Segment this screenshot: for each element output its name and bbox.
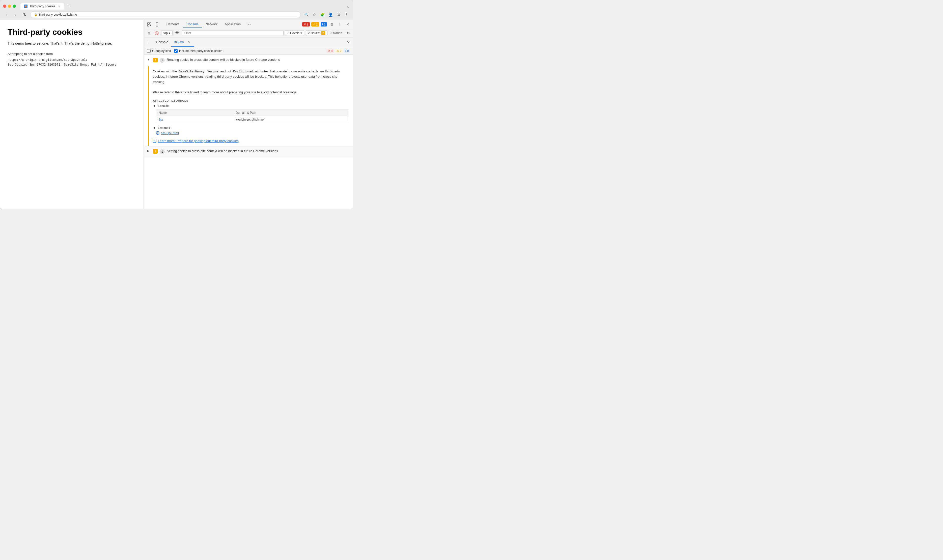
issue-2-header[interactable]: ▶ ! 1 Setting cookie in cross-site conte… [144,146,353,157]
issue-1-expand-icon[interactable]: ▼ [147,58,151,61]
console-clear-icon[interactable]: 🚫 [154,30,160,36]
learn-more-text: Learn more: Prepare for phasing out thir… [158,139,238,143]
code-samesite: SameSite=None; [178,69,205,74]
profile-icon[interactable]: 👤 [327,11,334,18]
error-count-badge-issues: ✕ 0 [326,49,334,53]
issue-1-header[interactable]: ▼ ! 1 Reading cookie in cross-site conte… [144,55,353,66]
bookmark-icon[interactable]: ☆ [311,11,318,18]
tab-close-button[interactable]: ✕ [57,5,61,8]
issues-panel-close-button[interactable]: ✕ [345,39,351,45]
devtools-tabs: Elements Console Network Application >> [162,21,253,28]
devtools-panel: Elements Console Network Application >> … [144,20,353,209]
issue-1-severity-icon: ! [153,58,158,62]
request-resource-group: ▼ 1 request ⊕ set-3pc.html [153,126,349,135]
tab-network[interactable]: Network [202,21,221,28]
error-count-badge[interactable]: ✕ 1 [302,22,310,26]
request-link[interactable]: ⊕ set-3pc.html [156,131,349,135]
include-third-party-option[interactable]: Include third-party cookie issues [174,49,222,53]
issues-tab-menu-icon[interactable]: ⋮ [146,39,152,45]
issues-badge[interactable]: 2 Issues: 2 [306,30,328,36]
code-secure: Secure [206,69,219,74]
devtools-mobile-icon[interactable] [154,21,160,28]
close-window-button[interactable] [3,5,6,8]
forward-button[interactable]: › [12,11,19,18]
issue-1-title: Reading cookie in cross-site context wil… [167,58,350,62]
cookie-name-cell: 3pc [156,116,233,123]
page-description: This demo tries to set one. That's it. T… [8,42,136,45]
cookie-domain-value: x-origin-src.glitch.me/ [236,118,265,122]
page-content: Third-party cookies This demo tries to s… [0,20,144,209]
level-dropdown[interactable]: All levels ▾ [285,30,304,36]
info-icon: ℹ [322,23,323,26]
learn-more-link[interactable]: ↗ Learn more: Prepare for phasing out th… [153,139,349,143]
devtools-more-options-icon[interactable]: ⋮ [337,21,343,28]
address-bar[interactable]: 🔒 third-party-cookies.glitch.me [30,11,301,18]
error-count-issues: 0 [331,49,332,52]
info-count-badge[interactable]: ℹ 2 [321,22,327,26]
request-icon: ⊕ [156,131,160,135]
request-group-label: 1 request [157,126,170,130]
issue-2-severity-icon: ! [153,149,158,154]
customize-icon[interactable]: ⊞ [335,11,342,18]
browser-tab[interactable]: 🍪 Third-party cookies ✕ [20,3,64,9]
devtools-settings-icon[interactable]: ⚙ [328,21,335,28]
cookie-table-header: Name Domain & Path [156,109,349,116]
devtools-close-button[interactable]: ✕ [345,21,351,28]
console-settings-icon[interactable]: ⚙ [345,30,351,36]
cookie-attempt: Attempting to set a cookie from https://… [8,51,136,67]
window-chevron-icon[interactable]: ⌄ [346,3,350,9]
more-menu-icon[interactable]: ⋮ [343,11,350,18]
group-by-kind-checkbox[interactable] [147,49,151,53]
cookie-group-header[interactable]: ▼ 1 cookie [153,104,349,108]
issues-tab-close-button[interactable]: ✕ [186,39,191,45]
nav-right-icons: 🔍 ☆ 🧩 👤 ⊞ ⋮ [303,11,350,18]
eye-icon[interactable]: 👁 [174,30,180,36]
devtools-inspector-icon[interactable] [146,21,152,28]
minimize-window-button[interactable] [8,5,11,8]
cookie-col-name: Name [156,109,233,116]
svg-point-4 [157,25,157,26]
issues-tab-issues[interactable]: Issues ✕ [171,37,194,47]
request-group-header[interactable]: ▼ 1 request [153,126,349,130]
cookie-group-expand-icon: ▼ [153,104,156,108]
attempt-label: Attempting to set a cookie from [8,51,136,57]
cookie-url: https://x-origin-src.glitch.me/set-3pc.h… [8,58,136,63]
issues-content: ▼ ! 1 Reading cookie in cross-site conte… [144,55,353,209]
issue-item-1: ▼ ! 1 Reading cookie in cross-site conte… [144,55,353,146]
group-by-kind-option[interactable]: Group by kind [147,49,171,53]
extensions-icon[interactable]: 🧩 [319,11,326,18]
back-button[interactable]: ‹ [3,11,10,18]
tab-console[interactable]: Console [183,21,202,28]
maximize-window-button[interactable] [12,5,16,8]
cookie-name-link[interactable]: 3pc [159,118,163,122]
context-dropdown[interactable]: top ▾ [161,30,172,36]
request-group-expand-icon: ▼ [153,126,156,130]
warn-count-issues: 2 [340,49,342,52]
refresh-button[interactable]: ↻ [21,11,28,18]
console-sidebar-icon[interactable]: ⊟ [146,30,152,36]
issues-tab-console[interactable]: Console [153,38,171,46]
main-area: Third-party cookies This demo tries to s… [0,20,353,209]
tab-favicon: 🍪 [24,5,28,8]
tab-more-button[interactable]: >> [244,21,253,28]
tab-elements[interactable]: Elements [162,21,183,28]
warn-count-badge[interactable]: ⚠ 2 [311,22,319,26]
warn-count-badge-issues: ⚠ 2 [335,49,343,53]
traffic-lights [3,5,16,8]
address-text: third-party-cookies.glitch.me [39,13,297,16]
warn-icon-issues: ⚠ [337,49,339,52]
console-filter-input[interactable] [182,30,284,36]
new-tab-button[interactable]: + [65,3,72,9]
include-third-party-checkbox[interactable] [174,49,178,53]
cookie-table: Name Domain & Path 3pc [156,109,349,123]
tab-application[interactable]: Application [221,21,245,28]
affected-label: AFFECTED RESOURCES [153,99,349,102]
cookie-col-domain: Domain & Path [233,109,349,116]
issue-1-count: 1 [160,58,165,63]
cookie-resource-group: ▼ 1 cookie Name Domain & Path [153,104,349,123]
issue-2-expand-icon[interactable]: ▶ [147,149,151,152]
level-label: All levels [287,31,299,35]
zoom-icon[interactable]: 🔍 [303,11,310,18]
window-controls-right: ⌄ [346,3,350,9]
request-link-text: set-3pc.html [161,131,179,135]
